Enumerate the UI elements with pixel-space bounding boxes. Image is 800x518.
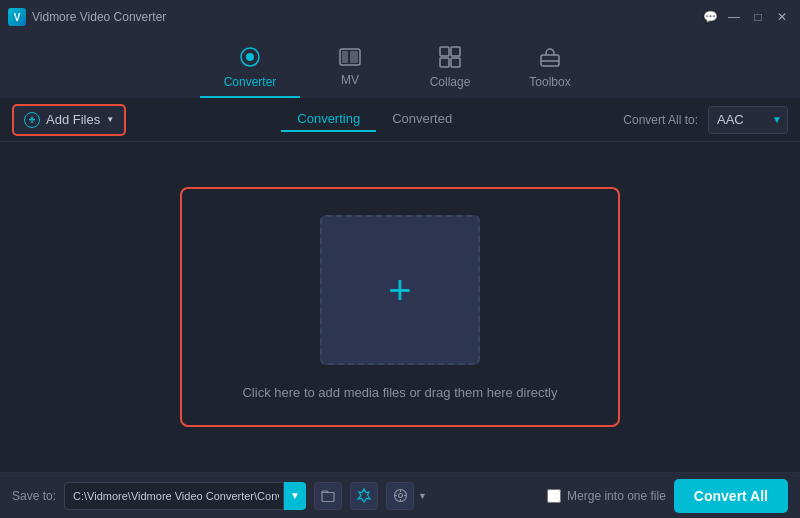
chat-button[interactable]: 💬 <box>700 7 720 27</box>
tab-mv[interactable]: MV <box>300 38 400 98</box>
tab-mv-label: MV <box>341 73 359 87</box>
convert-all-to-label: Convert All to: <box>623 113 698 127</box>
add-files-button[interactable]: + Add Files ▼ <box>12 104 126 136</box>
merge-label: Merge into one file <box>567 489 666 503</box>
add-files-label: Add Files <box>46 112 100 127</box>
preferences-arrow-icon: ▼ <box>418 491 427 501</box>
drop-plus-icon: + <box>388 270 411 310</box>
app-icon: V <box>8 8 26 26</box>
add-files-circle-icon: + <box>24 112 40 128</box>
save-path-select[interactable]: C:\Vidmore\Vidmore Video Converter\Conve… <box>64 482 284 510</box>
mv-icon <box>339 48 361 69</box>
convert-settings-button[interactable] <box>350 482 378 510</box>
save-path-dropdown-button[interactable]: ▼ <box>284 482 306 510</box>
svg-rect-4 <box>350 51 358 63</box>
tab-collage-label: Collage <box>430 75 471 89</box>
drop-hint-text: Click here to add media files or drag th… <box>242 385 557 400</box>
sub-tab-converting[interactable]: Converting <box>281 107 376 132</box>
drop-zone[interactable]: + Click here to add media files or drag … <box>180 187 620 427</box>
toolbox-icon <box>539 46 561 71</box>
tab-converter-label: Converter <box>224 75 277 89</box>
convert-all-button[interactable]: Convert All <box>674 479 788 513</box>
merge-checkbox[interactable] <box>547 489 561 503</box>
tab-toolbox-label: Toolbox <box>529 75 570 89</box>
save-path-wrapper: C:\Vidmore\Vidmore Video Converter\Conve… <box>64 482 306 510</box>
nav-tabs: Converter MV Collage <box>0 34 800 98</box>
add-files-dropdown-icon: ▼ <box>106 115 114 124</box>
svg-rect-8 <box>451 58 460 67</box>
toolbar: + Add Files ▼ Converting Converted Conve… <box>0 98 800 142</box>
merge-wrapper: Merge into one file <box>547 489 666 503</box>
svg-point-12 <box>398 494 402 498</box>
window-controls: 💬 — □ ✕ <box>700 7 792 27</box>
collage-icon <box>439 46 461 71</box>
app-title: Vidmore Video Converter <box>32 10 166 24</box>
svg-point-1 <box>246 53 254 61</box>
svg-rect-5 <box>440 47 449 56</box>
maximize-button[interactable]: □ <box>748 7 768 27</box>
tab-toolbox[interactable]: Toolbox <box>500 38 600 98</box>
drop-plus-area: + <box>320 215 480 365</box>
sub-tab-converted[interactable]: Converted <box>376 107 468 132</box>
minimize-button[interactable]: — <box>724 7 744 27</box>
tab-collage[interactable]: Collage <box>400 38 500 98</box>
main-content: + Click here to add media files or drag … <box>0 142 800 472</box>
svg-rect-7 <box>440 58 449 67</box>
sub-tabs: Converting Converted <box>281 107 468 132</box>
converter-icon <box>239 46 261 71</box>
close-button[interactable]: ✕ <box>772 7 792 27</box>
preferences-button[interactable] <box>386 482 414 510</box>
format-select[interactable]: AAC MP3 MP4 AVI MOV FLAC WAV <box>708 106 788 134</box>
bottom-bar: Save to: C:\Vidmore\Vidmore Video Conver… <box>0 472 800 518</box>
folder-browse-button[interactable] <box>314 482 342 510</box>
title-bar-left: V Vidmore Video Converter <box>8 8 166 26</box>
format-select-wrapper: AAC MP3 MP4 AVI MOV FLAC WAV ▼ <box>708 106 788 134</box>
title-bar: V Vidmore Video Converter 💬 — □ ✕ <box>0 0 800 34</box>
save-to-label: Save to: <box>12 489 56 503</box>
tab-converter[interactable]: Converter <box>200 38 300 98</box>
svg-rect-3 <box>342 51 348 63</box>
svg-rect-6 <box>451 47 460 56</box>
